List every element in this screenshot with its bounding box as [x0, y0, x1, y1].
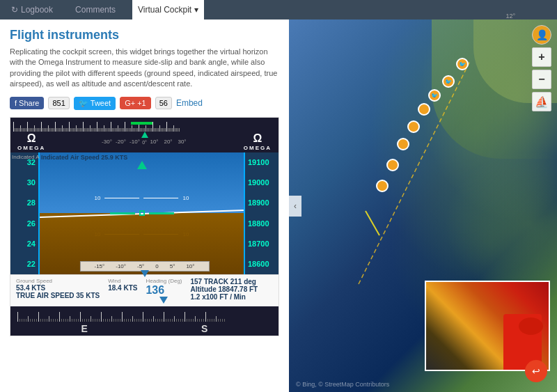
ruler-tick	[109, 128, 110, 132]
ruler-tick	[72, 128, 72, 132]
route-dot-5	[407, 120, 420, 133]
gplus-share-button[interactable]: G+ +1	[120, 97, 151, 109]
ruler-tick	[41, 122, 42, 132]
compass-tick	[155, 319, 156, 322]
compass-tick	[124, 319, 125, 322]
wind-item: Wind 18.4 KTS	[108, 278, 137, 304]
compass-tick	[93, 319, 93, 322]
ruler-tick	[45, 128, 46, 132]
embed-link[interactable]: Embed	[176, 98, 203, 108]
ruler-tick	[123, 128, 124, 132]
ruler-tick	[13, 122, 14, 132]
ruler-tick	[95, 128, 96, 132]
route-dot-8	[376, 180, 389, 192]
tw-bird-3: 🐦	[431, 93, 438, 99]
cockpit-tab-label: Virtual Cockpit	[138, 5, 191, 15]
facebook-share-button[interactable]: f Share	[10, 97, 44, 109]
compass-tick	[195, 316, 196, 322]
compass-tick	[168, 319, 168, 322]
tw-bird-2: 🐦	[445, 79, 452, 85]
left-wing-bar	[110, 212, 135, 214]
slip-n15: -15°	[94, 263, 104, 269]
compass-tick	[164, 312, 164, 322]
left-panel: Flight instruments Replicating the cockp…	[0, 19, 289, 392]
tw-bird-1: 🐦	[459, 61, 466, 68]
compass-tick	[30, 319, 31, 322]
ruler-tick	[122, 128, 123, 132]
compass-tick	[212, 319, 212, 322]
main-layout: Flight instruments Replicating the cockp…	[0, 19, 557, 392]
ruler-tick	[63, 128, 64, 132]
ruler-tick	[112, 128, 113, 132]
main-instrument-row: Indicated Air Speed 25.9 KTS 32 30 28 26…	[10, 152, 278, 274]
ruler-tick	[132, 125, 132, 132]
alt-19100: 19100	[248, 158, 269, 166]
ruler-tick	[116, 128, 117, 132]
alt-18600: 18600	[248, 260, 269, 268]
compass-tick	[193, 319, 194, 322]
gp-icon: G+	[125, 99, 135, 107]
bank-pointer	[141, 132, 148, 138]
compass-tick	[109, 319, 110, 322]
compass-tick	[116, 319, 116, 322]
bank-scale: -30° -20° -10° 0° 10° 20° 30°	[100, 139, 189, 145]
instrument-widget: // Generate ticks inline via template tr…	[10, 117, 279, 336]
ruler-tick	[168, 128, 168, 132]
ruler-tick	[115, 128, 116, 132]
map-panel: 👤 + − ⛵ 🐦 🐦 🐦	[289, 19, 557, 392]
compass-tick	[45, 319, 45, 322]
green-segment	[131, 122, 152, 125]
ruler-tick	[83, 122, 84, 132]
ruler-ticks	[13, 118, 276, 132]
compass-tick	[74, 319, 74, 322]
ruler-tick	[81, 128, 82, 132]
compass-tick	[151, 319, 152, 322]
compass-tick	[32, 319, 33, 322]
tab-cockpit[interactable]: Virtual Cockpit ▾	[132, 0, 204, 19]
ruler-tick	[166, 122, 167, 132]
ruler-tick	[161, 128, 162, 132]
compass-tick	[201, 319, 202, 322]
gp-count-badge: 56	[155, 97, 172, 109]
share-fab-button[interactable]: ↩	[525, 360, 547, 382]
ruler-tick	[91, 128, 92, 132]
hdg-label: Heading (Deg)	[146, 278, 182, 284]
omega-symbol-left: Ω	[27, 132, 36, 145]
vspeed-value: 1.2 x100 FT / Min	[191, 293, 258, 301]
slip-0: 0	[155, 263, 158, 269]
compass-tick	[178, 319, 179, 322]
ruler-tick	[22, 128, 22, 132]
video-thumbnail[interactable]	[425, 281, 550, 371]
ruler-tick	[126, 128, 127, 132]
compass-tick	[99, 319, 100, 322]
compass-tick	[65, 319, 66, 322]
twitter-share-button[interactable]: 🐦 Tweet	[74, 97, 116, 110]
tab-comments[interactable]: Comments	[70, 0, 121, 19]
ruler-tick	[111, 122, 111, 132]
compass-tick	[159, 319, 160, 322]
compass-tick	[145, 319, 146, 322]
ruler-tick	[172, 128, 173, 132]
ruler-tick	[23, 128, 24, 132]
ruler-tick	[158, 128, 159, 132]
ruler-tick	[148, 128, 149, 132]
ruler-tick	[19, 128, 19, 132]
ruler-tick	[118, 125, 118, 132]
compass-tick	[149, 319, 150, 322]
compass-tick	[101, 312, 102, 322]
compass-tick	[103, 319, 104, 322]
ruler-tick	[108, 128, 109, 132]
ruler-tick	[49, 128, 50, 132]
map-chevron-left[interactable]: ‹	[289, 196, 301, 217]
ruler-tick	[141, 128, 142, 132]
compass-tick	[224, 319, 225, 322]
gs-label: Ground Speed	[16, 278, 100, 284]
ruler-tick	[146, 125, 146, 132]
ruler-tick	[107, 128, 107, 132]
ruler-tick	[154, 128, 155, 132]
header-bar: ↻ Logbook Comments Virtual Cockpit ▾	[0, 0, 557, 19]
ruler-tick	[15, 128, 15, 132]
tab-logbook[interactable]: ↻ Logbook	[6, 0, 58, 19]
ruler-tick	[47, 128, 47, 132]
fb-count-badge: 851	[48, 97, 69, 109]
